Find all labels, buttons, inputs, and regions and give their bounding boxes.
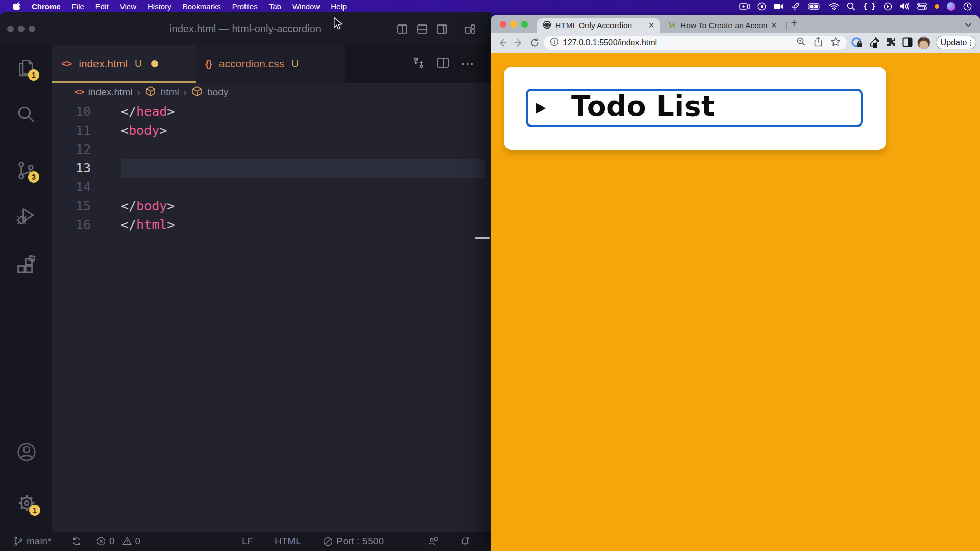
menu-bar-status-icons: { }: [739, 2, 975, 11]
share-icon[interactable]: [814, 37, 823, 49]
battery-icon[interactable]: [808, 3, 821, 10]
update-button[interactable]: Update: [936, 36, 976, 49]
problems-status[interactable]: 0 0: [96, 532, 140, 551]
code-editor[interactable]: 10</head> 11<body> 12 13 14 15</body> 16…: [52, 102, 491, 234]
dark-mode-extension-icon[interactable]: [902, 37, 913, 50]
live-server-port[interactable]: Port : 5500: [323, 532, 384, 551]
zoom-icon[interactable]: [796, 37, 806, 48]
browser-tab-inactive[interactable]: W How To Create an Accordion ✕: [663, 18, 782, 33]
spotlight-search-icon[interactable]: [847, 2, 855, 11]
customize-layout-icon[interactable]: [464, 23, 476, 37]
page-content: Todo List: [491, 53, 980, 551]
back-icon[interactable]: [497, 37, 508, 51]
window-resize-handle[interactable]: [475, 237, 490, 239]
zoom-window-button[interactable]: [521, 21, 528, 28]
run-debug-icon[interactable]: [16, 206, 36, 227]
breadcrumb-separator: ›: [137, 87, 140, 98]
bookmark-star-icon[interactable]: [830, 37, 841, 49]
menu-item-file[interactable]: File: [66, 2, 90, 11]
menu-item-help[interactable]: Help: [325, 2, 352, 11]
notifications-bell-icon[interactable]: [459, 532, 471, 551]
menu-item-edit[interactable]: Edit: [90, 2, 114, 11]
control-center-icon[interactable]: [917, 3, 927, 10]
extensions-puzzle-icon[interactable]: [886, 37, 897, 50]
unsaved-dot-icon[interactable]: [151, 60, 158, 67]
video-camera-icon[interactable]: [774, 3, 783, 10]
vscode-status-bar: main* 0 0 LF HTML Port : 5500: [0, 532, 491, 551]
css-file-icon: {}: [205, 58, 212, 69]
url-text: 127.0.0.1:5500/index.html: [563, 38, 657, 47]
extensions-icon[interactable]: [16, 255, 36, 276]
site-info-icon[interactable]: [550, 37, 559, 48]
siri-icon[interactable]: [947, 2, 955, 11]
html-file-icon: <>: [61, 58, 71, 69]
profile-avatar[interactable]: [917, 36, 930, 49]
more-actions-icon[interactable]: ⋯: [461, 56, 475, 72]
privacy-extension-icon[interactable]: [851, 37, 863, 51]
new-tab-button[interactable]: +: [791, 16, 797, 30]
tab-title: How To Create an Accordion: [680, 21, 767, 30]
explorer-icon[interactable]: 1: [16, 58, 36, 79]
tab-accordion-css[interactable]: {} accordion.css U: [196, 45, 345, 83]
breadcrumb-file[interactable]: index.html: [88, 87, 133, 98]
split-editor-icon[interactable]: [436, 56, 450, 71]
address-bar[interactable]: 127.0.0.1:5500/index.html: [544, 36, 847, 50]
open-changes-icon[interactable]: [412, 56, 425, 71]
sync-icon[interactable]: [71, 532, 82, 551]
tab-search-chevron-icon[interactable]: [965, 20, 972, 30]
menu-item-profiles[interactable]: Profiles: [227, 2, 263, 11]
braces-icon[interactable]: { }: [863, 2, 876, 10]
settings-gear-icon[interactable]: 1: [16, 492, 36, 513]
menu-item-window[interactable]: Window: [287, 2, 325, 11]
update-label: Update: [941, 38, 967, 47]
tab-index-html[interactable]: <> index.html U: [52, 45, 196, 83]
apple-menu-icon[interactable]: [7, 1, 26, 12]
line-number: 12: [52, 142, 91, 157]
split-editor-right-icon[interactable]: [436, 23, 448, 37]
search-icon[interactable]: [16, 104, 36, 124]
volume-icon[interactable]: [900, 2, 910, 10]
account-icon[interactable]: [16, 441, 36, 462]
code-line: 11<body>: [52, 121, 491, 140]
record-icon[interactable]: [757, 2, 766, 11]
line-number: 15: [52, 198, 91, 213]
editor-actions: ⋯: [412, 45, 475, 83]
play-circle-icon[interactable]: [884, 2, 892, 11]
breadcrumb-node[interactable]: html: [161, 87, 179, 98]
feedback-icon[interactable]: [428, 532, 439, 551]
split-columns-icon[interactable]: [396, 23, 408, 37]
tab-close-icon[interactable]: ✕: [771, 21, 777, 30]
menu-item-chrome[interactable]: Chrome: [26, 2, 66, 11]
colorpicker-extension-icon[interactable]: [868, 37, 880, 51]
wifi-icon[interactable]: [829, 3, 839, 10]
accordion-title: Todo List: [571, 92, 715, 123]
warning-count: 0: [135, 536, 141, 547]
source-control-icon[interactable]: 3: [16, 160, 36, 181]
close-window-button[interactable]: [500, 21, 506, 28]
accordion-summary[interactable]: Todo List: [526, 89, 863, 127]
screen-capture-icon[interactable]: [739, 3, 750, 10]
browser-tab-active[interactable]: HTML Only Accordion ✕: [537, 18, 660, 33]
accordion-card: Todo List: [504, 67, 886, 150]
code-line: 12: [52, 140, 491, 159]
menu-item-bookmarks[interactable]: Bookmarks: [177, 2, 227, 11]
git-branch-status[interactable]: main*: [13, 532, 52, 551]
editor-tab-bar: <> index.html U {} accordion.css U ⋯: [52, 45, 491, 83]
split-rows-icon[interactable]: [416, 23, 428, 37]
clock-icon[interactable]: [963, 2, 972, 11]
tab-close-icon[interactable]: ✕: [648, 21, 655, 30]
eol-indicator[interactable]: LF: [242, 532, 253, 551]
forward-icon[interactable]: [513, 37, 524, 51]
tab-separator: [786, 22, 787, 30]
menu-item-tab[interactable]: Tab: [263, 2, 287, 11]
language-mode[interactable]: HTML: [275, 532, 301, 551]
breadcrumb-node[interactable]: body: [207, 87, 228, 98]
symbol-cube-icon: [191, 86, 203, 99]
rocket-icon[interactable]: [791, 2, 800, 11]
menu-item-view[interactable]: View: [114, 2, 142, 11]
menu-item-history[interactable]: History: [142, 2, 177, 11]
vscode-window: index.html — html-only-accordion 1 3: [0, 12, 491, 551]
settings-badge: 1: [29, 505, 40, 516]
minimize-window-button[interactable]: [510, 21, 517, 28]
reload-icon[interactable]: [529, 37, 541, 51]
